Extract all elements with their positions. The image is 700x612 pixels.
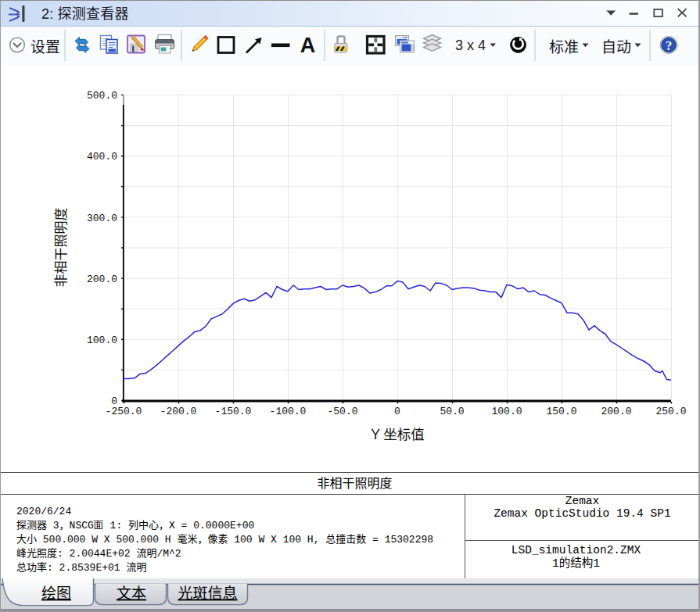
svg-text:-150.0: -150.0	[215, 406, 252, 417]
svg-text:光斑信息: 光斑信息	[178, 585, 237, 602]
svg-text:-50.0: -50.0	[327, 406, 357, 417]
svg-text:?: ?	[666, 38, 672, 53]
svg-text:500.0: 500.0	[87, 90, 117, 102]
svg-text:150.0: 150.0	[546, 406, 576, 417]
svg-text:A: A	[300, 34, 316, 57]
svg-text:100.0: 100.0	[491, 406, 522, 417]
svg-text:3 x 4: 3 x 4	[455, 38, 486, 53]
svg-text:300.0: 300.0	[87, 213, 117, 224]
svg-text:绘图: 绘图	[41, 585, 71, 602]
svg-text:文本: 文本	[117, 585, 146, 602]
svg-text:50.0: 50.0	[440, 406, 464, 417]
svg-text:-200.0: -200.0	[160, 406, 197, 417]
svg-text:250.0: 250.0	[655, 406, 686, 417]
svg-text:200.0: 200.0	[87, 274, 117, 285]
svg-text:-100.0: -100.0	[270, 406, 307, 417]
svg-text:-250.0: -250.0	[106, 406, 142, 417]
svg-text:100.0: 100.0	[87, 335, 117, 346]
svg-text:Y 坐标值: Y 坐标值	[371, 427, 425, 442]
svg-text:400.0: 400.0	[87, 151, 117, 163]
svg-text:200.0: 200.0	[601, 406, 631, 417]
svg-text:0: 0	[394, 406, 400, 417]
svg-text:非相干照明度: 非相干照明度	[54, 208, 69, 288]
